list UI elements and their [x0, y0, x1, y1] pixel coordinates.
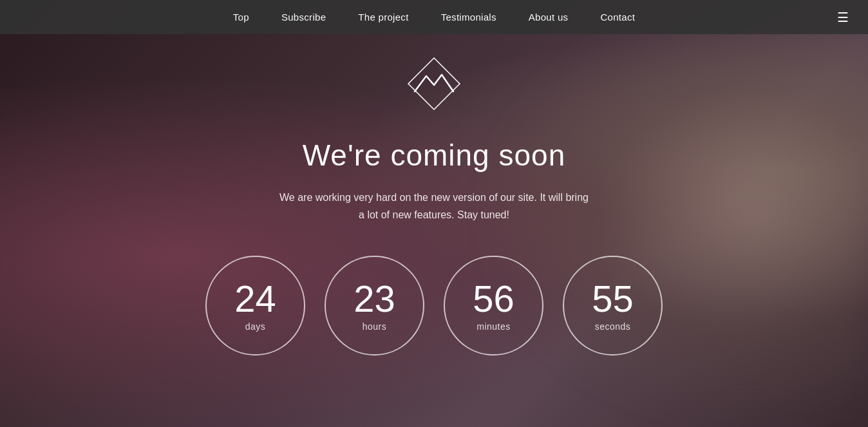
hero-title: We're coming soon	[303, 138, 565, 173]
countdown-seconds: 55 seconds	[563, 256, 663, 356]
countdown-hours-number: 23	[354, 280, 395, 318]
nav-item-about[interactable]: About us	[529, 12, 569, 23]
nav-link-contact[interactable]: Contact	[600, 12, 635, 23]
countdown-seconds-number: 55	[592, 280, 634, 318]
hero-subtitle: We are working very hard on the new vers…	[279, 189, 589, 223]
countdown-seconds-label: seconds	[595, 321, 631, 332]
countdown: 24 days 23 hours 56 minutes 55 seconds	[205, 256, 663, 356]
countdown-days-label: days	[245, 321, 266, 332]
hamburger-icon[interactable]: ☰	[837, 10, 849, 25]
countdown-minutes-number: 56	[473, 280, 514, 318]
nav-item-project[interactable]: The project	[358, 12, 408, 23]
countdown-hours-label: hours	[363, 321, 387, 332]
nav-item-subscribe[interactable]: Subscribe	[281, 12, 326, 23]
hero-section: Top Subscribe The project Testimonials A…	[0, 0, 868, 427]
navbar: Top Subscribe The project Testimonials A…	[0, 0, 868, 34]
nav-links: Top Subscribe The project Testimonials A…	[0, 12, 868, 23]
countdown-days-number: 24	[234, 280, 276, 318]
nav-link-top[interactable]: Top	[233, 12, 249, 23]
nav-item-top[interactable]: Top	[233, 12, 249, 23]
logo-icon	[402, 52, 466, 116]
countdown-minutes-label: minutes	[476, 321, 511, 332]
nav-link-testimonials[interactable]: Testimonials	[441, 12, 496, 23]
nav-item-testimonials[interactable]: Testimonials	[441, 12, 496, 23]
nav-link-subscribe[interactable]: Subscribe	[281, 12, 326, 23]
nav-item-contact[interactable]: Contact	[600, 12, 635, 23]
countdown-days: 24 days	[205, 256, 305, 356]
nav-link-project[interactable]: The project	[358, 12, 408, 23]
nav-link-about[interactable]: About us	[529, 12, 569, 23]
logo-container	[402, 52, 466, 119]
countdown-hours: 23 hours	[325, 256, 424, 356]
countdown-minutes: 56 minutes	[444, 256, 543, 356]
hero-content: We're coming soon We are working very ha…	[0, 45, 868, 356]
